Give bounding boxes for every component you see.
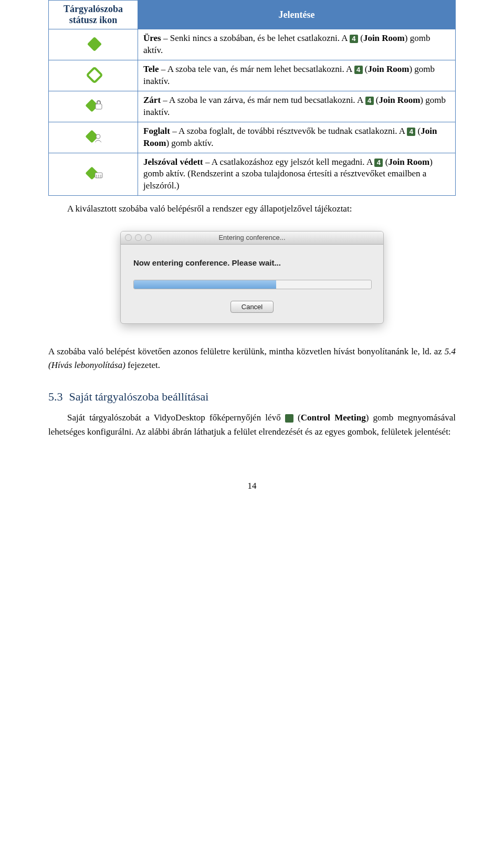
svg-point-13 xyxy=(100,176,101,177)
svg-point-11 xyxy=(96,176,97,177)
dialog-screenshot: Entering conference... Now entering conf… xyxy=(48,231,456,324)
dialog-titlebar: Entering conference... xyxy=(121,231,383,245)
paragraph-status-indicator: A kiválasztott szobába való belépésről a… xyxy=(48,202,456,216)
svg-point-8 xyxy=(96,175,97,176)
room-occupied-desc: Foglalt – A szoba foglalt, de további ré… xyxy=(138,122,456,153)
join-badge: 4 xyxy=(350,35,358,43)
room-locked-desc: Zárt – A szoba le van zárva, és már nem … xyxy=(138,91,456,122)
join-badge: 4 xyxy=(354,66,363,74)
join-badge: 4 xyxy=(365,97,374,105)
progress-bar xyxy=(133,280,372,289)
table-row: Jelszóval védett – A csatlakozáshoz egy … xyxy=(49,153,456,196)
svg-rect-0 xyxy=(87,37,101,51)
svg-rect-3 xyxy=(96,104,102,109)
room-empty-icon xyxy=(83,33,104,56)
room-locked-icon-cell xyxy=(49,91,138,122)
paragraph-own-room: Saját tárgyalószobát a VidyoDesktop főké… xyxy=(48,411,456,439)
table-header-meaning: Jelentése xyxy=(138,1,456,29)
table-row: Üres – Senki nincs a szobában, és be leh… xyxy=(49,29,456,60)
room-empty-icon-cell xyxy=(49,29,138,60)
entering-conference-dialog: Entering conference... Now entering conf… xyxy=(120,231,384,324)
svg-point-12 xyxy=(98,176,99,177)
header-line2: státusz ikon xyxy=(69,15,118,25)
status-table: Tárgyalószoba státusz ikon Jelentése Üre… xyxy=(48,0,456,196)
room-password-desc: Jelszóval védett – A csatlakozáshoz egy … xyxy=(138,153,456,196)
table-header-icon: Tárgyalószoba státusz ikon xyxy=(49,1,138,29)
heading-number: 5.3 xyxy=(48,390,63,403)
room-full-icon xyxy=(83,64,104,87)
row-bold: Foglalt xyxy=(143,126,170,136)
join-badge: 4 xyxy=(374,159,383,167)
table-row: Foglalt – A szoba foglalt, de további ré… xyxy=(49,122,456,153)
window-close-icon xyxy=(125,234,132,241)
room-occupied-icon-cell xyxy=(49,122,138,153)
page-number: 14 xyxy=(48,481,456,491)
svg-point-9 xyxy=(98,175,99,176)
header-line1: Tárgyalószoba xyxy=(64,4,123,14)
paragraph-after-login: A szobába való belépést követően azonos … xyxy=(48,345,456,373)
row-bold: Jelszóval védett xyxy=(143,157,203,167)
table-row: Tele – A szoba tele van, és már nem lehe… xyxy=(49,60,456,91)
room-full-desc: Tele – A szoba tele van, és már nem lehe… xyxy=(138,60,456,91)
progress-fill xyxy=(134,280,276,289)
heading-title: Saját tárgyalószoba beállításai xyxy=(69,390,209,403)
room-empty-desc: Üres – Senki nincs a szobában, és be leh… xyxy=(138,29,456,60)
control-meeting-badge: 2 xyxy=(285,414,293,423)
row-bold: Üres xyxy=(143,33,161,43)
dialog-message: Now entering conference. Please wait... xyxy=(133,258,371,267)
table-row: Zárt – A szoba le van zárva, és már nem … xyxy=(49,91,456,122)
join-badge: 4 xyxy=(407,128,415,136)
window-minimize-icon xyxy=(135,234,142,241)
window-zoom-icon xyxy=(145,234,152,241)
row-bold: Zárt xyxy=(143,95,161,105)
room-password-icon xyxy=(82,162,105,186)
room-password-icon-cell xyxy=(49,153,138,196)
room-occupied-icon xyxy=(82,125,105,149)
room-locked-icon xyxy=(82,94,105,118)
document-page: Tárgyalószoba státusz ikon Jelentése Üre… xyxy=(0,0,504,523)
section-heading: 5.3Saját tárgyalószoba beállításai xyxy=(48,390,456,404)
svg-point-10 xyxy=(100,175,101,176)
svg-point-5 xyxy=(96,134,100,139)
dialog-title: Entering conference... xyxy=(121,234,383,241)
svg-rect-1 xyxy=(87,68,101,82)
cancel-button[interactable]: Cancel xyxy=(230,301,274,313)
room-full-icon-cell xyxy=(49,60,138,91)
row-bold: Tele xyxy=(143,64,159,74)
